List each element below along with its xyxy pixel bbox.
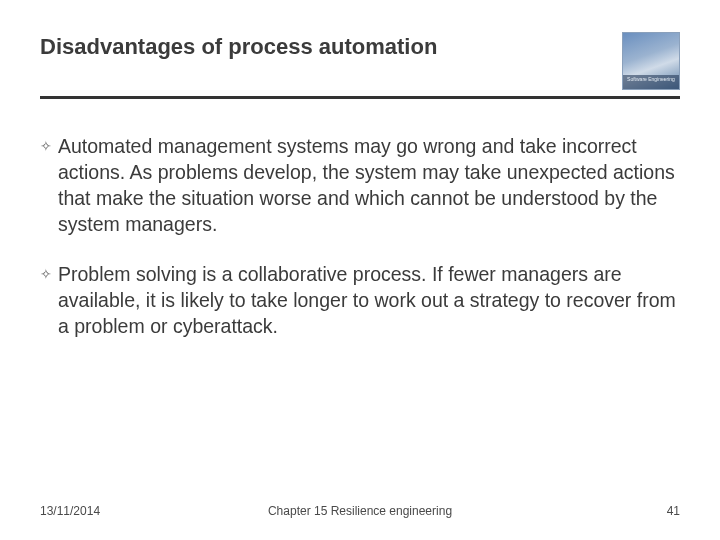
- header-divider: [40, 96, 680, 99]
- footer-date: 13/11/2014: [40, 504, 100, 518]
- diamond-bullet-icon: ✧: [40, 133, 58, 159]
- slide-title: Disadvantages of process automation: [40, 32, 437, 60]
- slide: Disadvantages of process automation Soft…: [0, 0, 720, 540]
- book-cover-line1: Software Engineering: [623, 76, 679, 83]
- slide-footer: 13/11/2014 Chapter 15 Resilience enginee…: [40, 504, 680, 518]
- footer-chapter: Chapter 15 Resilience engineering: [268, 504, 452, 518]
- diamond-bullet-icon: ✧: [40, 261, 58, 287]
- bullet-text: Problem solving is a collaborative proce…: [58, 261, 680, 339]
- header-row: Disadvantages of process automation Soft…: [40, 32, 680, 90]
- footer-page-number: 41: [667, 504, 680, 518]
- book-cover-caption: Software Engineering: [623, 75, 679, 89]
- list-item: ✧ Automated management systems may go wr…: [40, 133, 680, 237]
- book-cover-image: Software Engineering: [622, 32, 680, 90]
- list-item: ✧ Problem solving is a collaborative pro…: [40, 261, 680, 339]
- bullet-list: ✧ Automated management systems may go wr…: [40, 133, 680, 339]
- bullet-text: Automated management systems may go wron…: [58, 133, 680, 237]
